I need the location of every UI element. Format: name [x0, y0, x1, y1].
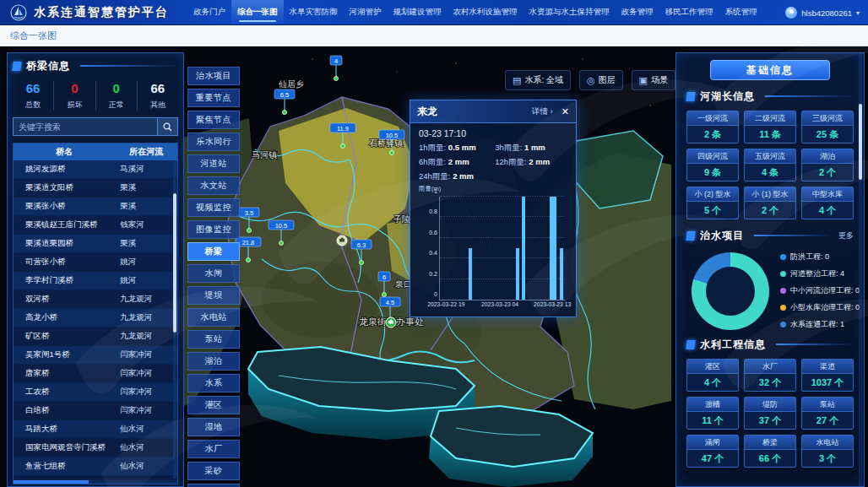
table-row[interactable]: 矿区桥九龙观河: [14, 327, 177, 346]
layer-item[interactable]: 水系: [187, 374, 240, 392]
search-button[interactable]: [158, 117, 178, 136]
nav-item[interactable]: 政务管理: [616, 0, 659, 24]
chart-y-axis-label: 雨量(m): [419, 185, 441, 193]
section-accent: [686, 92, 696, 101]
table-row[interactable]: 唐家桥闫家冲河: [14, 365, 177, 383]
rain-metric: 6h雨量: 2 mm: [419, 157, 495, 168]
layer-item[interactable]: 水厂: [187, 440, 240, 458]
vertical-scrollbar[interactable]: [173, 161, 176, 479]
nav-item[interactable]: 水资源与水土保持管理: [524, 0, 616, 24]
y-tick: 0.2: [429, 270, 437, 276]
stat-label: 其他: [150, 100, 165, 109]
basic-info-button[interactable]: 基础信息: [710, 60, 830, 80]
rain-metric-value: 2 mm: [453, 171, 474, 181]
map-marker[interactable]: 4: [330, 56, 342, 81]
river-name-cell: 九龙观河: [115, 331, 177, 342]
close-icon[interactable]: ✕: [561, 106, 569, 117]
card-label: 堤防: [745, 398, 795, 412]
card-label: 水厂: [745, 360, 795, 374]
table-row[interactable]: 吴家闸1号桥闫家冲河: [14, 346, 177, 365]
layer-item[interactable]: 堤坝: [187, 286, 240, 305]
layer-item[interactable]: 湖泊: [187, 352, 240, 371]
stat-card: 水厂32 个: [744, 359, 796, 392]
col-header-river: 所在河流: [115, 146, 177, 158]
popup-details-link[interactable]: 详情 ›: [532, 106, 553, 117]
card-label: 小 (1) 型水: [745, 187, 795, 202]
river-name-cell: 仙水河: [115, 424, 177, 435]
card-value: 4 条: [745, 164, 795, 181]
bridge-name-cell: 李学村门溪桥: [14, 275, 115, 286]
layer-item[interactable]: 乐水同行: [187, 133, 240, 151]
table-row[interactable]: 国家电网观音寺门溪桥仙水河: [14, 439, 177, 457]
user-menu[interactable]: hlsb42080261 ▾: [785, 0, 860, 25]
bridge-stat[interactable]: 0正常: [96, 81, 138, 111]
table-row[interactable]: 高龙小桥九龙观河: [14, 309, 177, 327]
layer-item[interactable]: 河道站: [187, 154, 240, 173]
map-marker[interactable]: 6.5: [274, 89, 295, 115]
bridge-name-cell: 唐家桥: [14, 368, 115, 379]
table-row[interactable]: 栗溪道文阳桥栗溪: [14, 179, 177, 198]
nav-item[interactable]: 农村水利设施管理: [448, 0, 524, 24]
camera-marker-icon[interactable]: [386, 317, 396, 327]
bridge-stat[interactable]: 0损坏: [54, 81, 95, 111]
table-row[interactable]: 栗溪张小桥栗溪: [14, 198, 177, 216]
layer-item[interactable]: 泵站: [187, 330, 240, 349]
river-name-cell: 闫家冲河: [115, 405, 177, 416]
gridline: [440, 196, 565, 197]
layer-item[interactable]: 聚焦节点: [187, 111, 240, 129]
more-link[interactable]: 更多: [838, 230, 854, 241]
layer-item[interactable]: 水电站: [187, 308, 240, 327]
map-control-button[interactable]: ◎图层: [579, 70, 623, 90]
layer-item[interactable]: 水文站: [187, 176, 240, 195]
layer-item[interactable]: 湿地: [187, 418, 240, 436]
app-logo-sailboat-icon: [10, 4, 27, 21]
card-label: 五级河流: [745, 149, 795, 164]
y-tick: 0.6: [429, 229, 437, 235]
bridge-name-cell: 栗溪道文阳桥: [14, 182, 115, 193]
bridge-stat[interactable]: 66其他: [138, 81, 178, 111]
table-row[interactable]: 栗溪镇赵王庙门溪桥钱家河: [14, 216, 177, 235]
table-row[interactable]: 白培桥闫家冲河: [14, 402, 177, 420]
camera-marker-icon[interactable]: [337, 235, 347, 246]
map-control-button[interactable]: ▤水系: 全域: [505, 70, 571, 90]
nav-item[interactable]: 移民工作管理: [659, 0, 719, 24]
table-row[interactable]: 工农桥闫家冲河: [14, 383, 177, 402]
table-row[interactable]: 鱼营七组桥仙水河: [14, 457, 177, 476]
layer-item[interactable]: 治水项目: [187, 67, 240, 85]
card-value: 11 条: [745, 126, 795, 143]
table-row[interactable]: 姚河发源桥马溪河: [14, 160, 177, 179]
section-line: [754, 235, 833, 236]
table-row[interactable]: 司营张小桥姚河: [14, 253, 177, 272]
map-controls: ▤水系: 全域◎图层▣场景: [505, 70, 675, 90]
nav-item[interactable]: 系统管理: [719, 0, 763, 24]
bridge-stat[interactable]: 66总数: [13, 81, 54, 111]
nav-item[interactable]: 政务门户: [187, 0, 231, 24]
layer-item[interactable]: 视频监控: [187, 198, 240, 217]
layer-item[interactable]: 图像监控: [187, 220, 240, 239]
bridge-name-cell: 矿区桥: [14, 331, 115, 342]
nav-item[interactable]: 水旱灾害防御: [284, 0, 344, 24]
layer-item[interactable]: 桥梁: [187, 242, 240, 261]
map-control-button[interactable]: ▣场景: [632, 70, 675, 90]
section-accent: [686, 231, 696, 241]
search-input[interactable]: [13, 117, 158, 136]
svg-text:4.5: 4.5: [386, 299, 394, 306]
table-row[interactable]: 马踏大桥仙水河: [14, 420, 177, 439]
legend-label: 中小河流治理工程: 0: [790, 285, 860, 296]
panel-scrollbar[interactable]: [859, 53, 862, 486]
nav-item[interactable]: 综合一张图: [231, 0, 284, 24]
nav-item[interactable]: 河湖管护: [344, 0, 388, 24]
layer-item[interactable]: 水闸: [187, 264, 240, 283]
stat-card: 三级河流25 条: [801, 111, 854, 143]
layer-item[interactable]: 渡槽: [187, 484, 240, 487]
table-row[interactable]: 双河桥九龙观河: [14, 290, 177, 309]
layer-item[interactable]: 灌区: [187, 396, 240, 414]
layer-item[interactable]: 重要节点: [187, 89, 240, 107]
table-row[interactable]: 栗溪道栗园桥栗溪: [14, 235, 177, 253]
horizontal-scrollbar[interactable]: [14, 480, 177, 484]
table-row[interactable]: 李学村门溪桥姚河: [14, 272, 177, 290]
layer-item[interactable]: 采砂: [187, 462, 240, 480]
stat-card: 水电站3 个: [801, 435, 854, 468]
nav-item[interactable]: 规划建设管理: [388, 0, 448, 24]
card-label: 小 (2) 型水: [687, 187, 738, 202]
